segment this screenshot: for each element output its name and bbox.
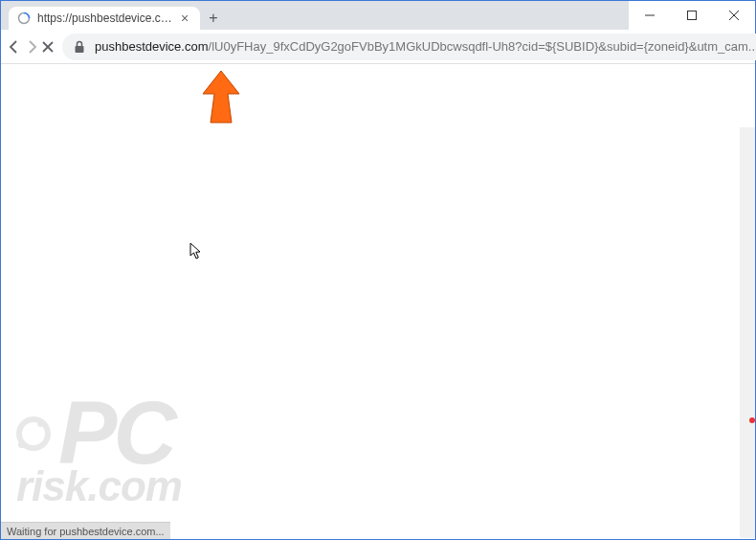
page-content: P C risk.com Waiting for pushbestdevice.… — [1, 64, 755, 539]
lock-icon — [72, 39, 87, 55]
scrollbar-track[interactable] — [740, 127, 755, 538]
tab-close-button[interactable]: × — [177, 11, 192, 26]
svg-rect-2 — [688, 11, 697, 20]
back-button[interactable] — [7, 34, 22, 60]
watermark-logo: P C risk.com — [16, 383, 182, 510]
stop-reload-button[interactable] — [41, 34, 55, 60]
window-minimize-button[interactable] — [629, 1, 671, 30]
svg-rect-7 — [76, 46, 84, 53]
window-close-button[interactable] — [713, 1, 755, 30]
watermark-big-text: P C — [16, 383, 182, 484]
titlebar: https://pushbestdevice.com/lU0y × + — [1, 1, 755, 30]
window-controls — [629, 1, 755, 30]
omnibox[interactable]: pushbestdevice.com/lU0yFHay_9fxCdDyG2goF… — [62, 34, 756, 60]
status-text: Waiting for pushbestdevice.com... — [7, 526, 165, 537]
watermark-subtext: risk.com — [16, 462, 182, 510]
forward-button[interactable] — [24, 34, 39, 60]
annotation-arrow-icon — [197, 69, 245, 126]
mouse-cursor-icon — [189, 242, 203, 259]
address-bar: pushbestdevice.com/lU0yFHay_9fxCdDyG2goF… — [1, 30, 755, 64]
watermark-letter-c: C — [113, 383, 172, 484]
url-text: pushbestdevice.com/lU0yFHay_9fxCdDyG2goF… — [95, 39, 756, 54]
scroll-indicator-dot-icon — [749, 417, 755, 423]
window-maximize-button[interactable] — [671, 1, 713, 30]
new-tab-button[interactable]: + — [200, 7, 227, 30]
url-domain: pushbestdevice.com — [95, 39, 209, 54]
loading-spinner-icon — [16, 11, 32, 26]
tab-title: https://pushbestdevice.com/lU0y — [37, 11, 177, 25]
browser-tab[interactable]: https://pushbestdevice.com/lU0y × — [9, 7, 200, 30]
watermark-orbit-icon — [16, 416, 51, 451]
url-path: /lU0yFHay_9fxCdDyG2goFVbBy1MGkUDbcwsqdfl… — [209, 39, 756, 54]
tabs-area: https://pushbestdevice.com/lU0y × + — [1, 1, 629, 30]
watermark-letter-p: P — [58, 383, 113, 484]
status-bar: Waiting for pushbestdevice.com... — [1, 522, 170, 539]
browser-window: https://pushbestdevice.com/lU0y × + — [0, 0, 756, 540]
